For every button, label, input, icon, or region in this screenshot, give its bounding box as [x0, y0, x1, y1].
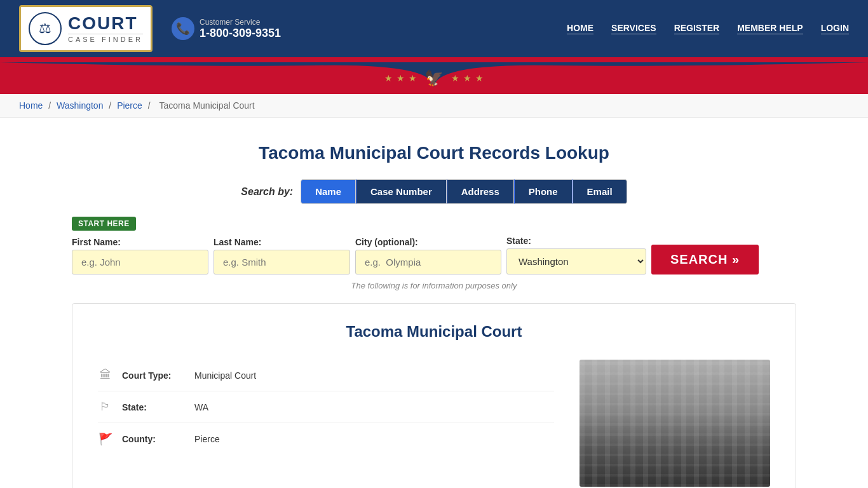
court-card-title: Tacoma Municipal Court	[98, 323, 770, 341]
breadcrumb-sep-3: /	[148, 100, 153, 111]
court-type-row: 🏛 Court Type: Municipal Court	[98, 360, 554, 391]
state-label: State:	[506, 236, 646, 246]
court-county-label: County:	[122, 434, 186, 444]
court-image	[580, 360, 770, 487]
star-5: ★	[463, 73, 471, 83]
court-card: Tacoma Municipal Court 🏛 Court Type: Mun…	[72, 303, 796, 488]
court-state-label: State:	[122, 402, 186, 412]
tab-address[interactable]: Address	[447, 179, 514, 204]
court-type-label: Court Type:	[122, 370, 186, 381]
court-state-row: 🏳 State: WA	[98, 391, 554, 423]
first-name-input[interactable]	[72, 250, 208, 274]
info-note: The following is for information purpose…	[72, 281, 796, 290]
main-nav: HOME SERVICES REGISTER MEMBER HELP LOGIN	[567, 23, 849, 34]
header: ⚖ COURT CASE FINDER 📞 Customer Service 1…	[0, 0, 868, 94]
last-name-input[interactable]	[214, 250, 350, 274]
tab-email[interactable]: Email	[573, 179, 627, 204]
state-select[interactable]: Washington Alabama Alaska Arizona Califo…	[506, 248, 646, 274]
stars-right: ★ ★ ★	[451, 73, 484, 83]
star-1: ★	[384, 73, 393, 83]
nav-services[interactable]: SERVICES	[611, 23, 656, 34]
court-county-row: 🚩 County: Pierce	[98, 423, 554, 455]
nav-register[interactable]: REGISTER	[674, 23, 720, 34]
search-by-row: Search by: Name Case Number Address Phon…	[72, 179, 796, 204]
breadcrumb-home[interactable]: Home	[19, 100, 43, 111]
breadcrumb: Home / Washington / Pierce / Tacoma Muni…	[0, 94, 868, 118]
tab-name[interactable]: Name	[301, 179, 356, 204]
state-group: State: Washington Alabama Alaska Arizona…	[506, 236, 646, 274]
last-name-label: Last Name:	[214, 237, 350, 247]
nav-login[interactable]: LOGIN	[821, 23, 849, 34]
court-type-value: Municipal Court	[194, 370, 256, 381]
court-building-photo	[580, 360, 770, 487]
header-red-bar	[0, 57, 868, 62]
eagle-area: ★ ★ ★ 🦅 ★ ★ ★	[384, 69, 484, 87]
star-2: ★	[397, 73, 405, 83]
star-4: ★	[451, 73, 459, 83]
star-6: ★	[475, 73, 484, 83]
breadcrumb-pierce[interactable]: Pierce	[117, 100, 142, 111]
stars-left: ★ ★ ★	[384, 73, 417, 83]
phone-icon: 📞	[172, 17, 194, 40]
breadcrumb-sep-1: /	[48, 100, 53, 111]
eagle-icon: 🦅	[424, 69, 444, 87]
court-type-icon: 🏛	[98, 369, 113, 382]
breadcrumb-sep-2: /	[109, 100, 114, 111]
breadcrumb-washington[interactable]: Washington	[57, 100, 103, 111]
logo-box: ⚖ COURT CASE FINDER	[19, 5, 153, 52]
logo-area: ⚖ COURT CASE FINDER 📞 Customer Service 1…	[19, 5, 281, 52]
header-wave: ★ ★ ★ 🦅 ★ ★ ★	[0, 62, 868, 94]
logo-court-text: COURT	[68, 15, 143, 32]
court-state-value: WA	[194, 402, 208, 412]
nav-home[interactable]: HOME	[567, 23, 593, 34]
breadcrumb-current: Tacoma Municipal Court	[159, 100, 254, 111]
search-by-label: Search by:	[241, 186, 293, 198]
customer-service-phone: 1-800-309-9351	[200, 27, 281, 40]
logo-emblem: ⚖	[29, 12, 62, 45]
page-title: Tacoma Municipal Court Records Lookup	[72, 143, 796, 163]
tab-phone[interactable]: Phone	[514, 179, 573, 204]
court-county-icon: 🚩	[98, 432, 113, 446]
search-form-area: START HERE First Name: Last Name: City (…	[72, 217, 796, 290]
court-county-value: Pierce	[194, 434, 220, 444]
court-state-icon: 🏳	[98, 400, 113, 414]
star-3: ★	[409, 73, 417, 83]
start-here-badge: START HERE	[72, 217, 136, 231]
first-name-label: First Name:	[72, 237, 208, 247]
logo-case-finder-text: CASE FINDER	[68, 34, 143, 43]
phone-info: Customer Service 1-800-309-9351	[200, 18, 281, 40]
city-label: City (optional):	[355, 237, 501, 247]
customer-service: 📞 Customer Service 1-800-309-9351	[172, 17, 281, 40]
court-info-layout: 🏛 Court Type: Municipal Court 🏳 State: W…	[98, 360, 770, 487]
main-content: Tacoma Municipal Court Records Lookup Se…	[53, 118, 815, 488]
customer-service-label: Customer Service	[200, 18, 281, 27]
last-name-group: Last Name:	[214, 237, 350, 274]
search-form: First Name: Last Name: City (optional): …	[72, 236, 796, 274]
logo-text-block: COURT CASE FINDER	[68, 15, 143, 43]
search-button[interactable]: SEARCH »	[651, 245, 759, 274]
tab-case-number[interactable]: Case Number	[356, 179, 447, 204]
first-name-group: First Name:	[72, 237, 208, 274]
city-group: City (optional):	[355, 237, 501, 274]
city-input[interactable]	[355, 250, 501, 274]
nav-member-help[interactable]: MEMBER HELP	[737, 23, 803, 34]
court-details: 🏛 Court Type: Municipal Court 🏳 State: W…	[98, 360, 554, 487]
